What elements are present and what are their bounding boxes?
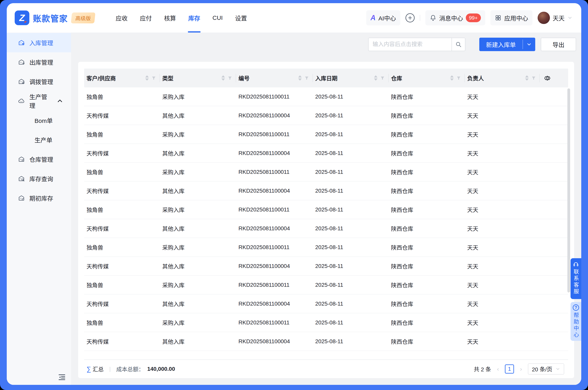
table-row[interactable]: 天枸传媒 其他入库 RKD2025081100004 2025-08-11 陕西… (84, 144, 568, 163)
table-row[interactable]: 独角兽 采购入库 RKD2025081100011 2025-08-11 陕西仓… (84, 163, 568, 182)
cell-customer: 独角兽 (84, 281, 160, 289)
next-page-button[interactable]: › (518, 366, 524, 372)
help-center-button[interactable]: ? 帮助中心 (571, 302, 581, 341)
add-button[interactable] (406, 13, 415, 22)
cell-warehouse: 陕西仓库 (389, 319, 465, 327)
nav-payable[interactable]: 应付 (140, 3, 152, 33)
cell-type: 采购入库 (160, 319, 236, 327)
sidebar-item-initial-stock[interactable]: 期初库存 (7, 188, 71, 208)
cell-date: 2025-08-11 (313, 188, 389, 194)
cell-type: 其他入库 (160, 262, 236, 270)
sidebar-item-bom[interactable]: Bom单 (7, 111, 71, 130)
nav-accounting[interactable]: 核算 (164, 3, 176, 33)
cell-owner: 天天 (465, 300, 540, 308)
user-menu[interactable]: 天天 (538, 12, 573, 24)
vertical-scrollbar[interactable] (567, 88, 570, 292)
sidebar-item-outbound[interactable]: 出库管理 (7, 52, 71, 72)
cell-customer: 天枸传媒 (84, 338, 160, 345)
table-row[interactable]: 独角兽 采购入库 RKD2025081100011 2025-08-11 陕西仓… (84, 313, 568, 332)
column-header-type[interactable]: 类型 (160, 69, 236, 87)
filter-icon[interactable] (531, 76, 536, 81)
desktop-frame: Z 账款管家 高级版 应收 应付 核算 库存 CUI 设置 A AI中心 (0, 0, 588, 390)
toolbar: 新建入库单 导出 (71, 38, 581, 51)
sort-icon[interactable] (298, 75, 302, 81)
nav-settings[interactable]: 设置 (235, 3, 247, 33)
sort-icon[interactable] (221, 75, 225, 81)
table-row[interactable]: 独角兽 采购入库 RKD2025081100011 2025-08-11 陕西仓… (84, 87, 568, 106)
column-header-owner[interactable]: 负责人 (465, 69, 540, 87)
table-row[interactable]: 天枸传媒 其他入库 RKD2025081100004 2025-08-11 陕西… (84, 257, 568, 276)
sidebar-item-inbound[interactable]: 入库管理 (7, 33, 71, 52)
cell-warehouse: 陕西仓库 (389, 338, 465, 345)
app-center-button[interactable]: 应用中心 (490, 10, 532, 25)
page-size-select[interactable]: 20 条/页 (528, 363, 564, 375)
sidebar-item-transfer[interactable]: 调拨管理 (7, 72, 71, 91)
message-center-button[interactable]: 消息中心 99+ (425, 10, 485, 25)
table-row[interactable]: 独角兽 采购入库 RKD2025081100011 2025-08-11 陕西仓… (84, 276, 568, 294)
filter-icon[interactable] (304, 76, 309, 81)
cell-number: RKD2025081100011 (236, 244, 313, 250)
app-title: 账款管家 (33, 12, 68, 24)
sort-icon[interactable] (145, 75, 149, 81)
cell-customer: 天枸传媒 (84, 262, 160, 270)
cell-warehouse: 陕西仓库 (389, 300, 465, 308)
contact-support-button[interactable]: 联系客服 (571, 258, 581, 299)
filter-icon[interactable] (151, 76, 156, 81)
brand: Z 账款管家 高级版 (15, 10, 95, 25)
column-header-warehouse[interactable]: 仓库 (389, 69, 465, 87)
cell-date: 2025-08-11 (313, 319, 389, 326)
column-header-number[interactable]: 编号 (236, 69, 313, 87)
cell-customer: 独角兽 (84, 168, 160, 176)
cell-owner: 天天 (465, 187, 540, 195)
table-row[interactable]: 天枸传媒 其他入库 RKD2025081100004 2025-08-11 陕西… (84, 332, 568, 351)
cost-total-value: 140,000.00 (147, 366, 175, 372)
summary-label[interactable]: 汇总 (93, 365, 104, 373)
search-input[interactable] (369, 41, 452, 48)
cell-owner: 天天 (465, 319, 540, 327)
sidebar-item-stock-query[interactable]: 库存查询 (7, 169, 71, 188)
filter-icon[interactable] (380, 76, 385, 81)
table-row[interactable]: 天枸传媒 其他入库 RKD2025081100004 2025-08-11 陕西… (84, 182, 568, 200)
cell-warehouse: 陕西仓库 (389, 149, 465, 157)
sidebar-item-production-order[interactable]: 生产单 (7, 130, 71, 149)
column-header-customer[interactable]: 客户/供应商 (84, 69, 160, 87)
nav-inventory[interactable]: 库存 (188, 3, 200, 33)
cell-type: 采购入库 (160, 206, 236, 214)
sort-icon[interactable] (525, 75, 529, 81)
cell-date: 2025-08-11 (313, 263, 389, 269)
warehouse-manage-icon (18, 155, 25, 163)
sort-icon[interactable] (374, 75, 377, 81)
column-settings-button[interactable] (540, 69, 568, 87)
cell-customer: 独角兽 (84, 93, 160, 101)
table-row[interactable]: 独角兽 采购入库 RKD2025081100011 2025-08-11 陕西仓… (84, 125, 568, 144)
sidebar-item-warehouse-manage[interactable]: 仓库管理 (7, 149, 71, 169)
table-row[interactable]: 独角兽 采购入库 RKD2025081100011 2025-08-11 陕西仓… (84, 238, 568, 257)
nav-cui[interactable]: CUI (212, 3, 223, 33)
cell-owner: 天天 (465, 149, 540, 157)
filter-icon[interactable] (456, 76, 461, 81)
search-button[interactable] (452, 38, 465, 51)
ai-center-button[interactable]: A AI中心 (366, 10, 400, 25)
sidebar-collapse-icon[interactable] (58, 373, 66, 382)
filter-icon[interactable] (227, 76, 233, 81)
table-row[interactable]: 天枸传媒 其他入库 RKD2025081100004 2025-08-11 陕西… (84, 294, 568, 313)
sort-icon[interactable] (450, 75, 454, 81)
table-row[interactable]: 天枸传媒 其他入库 RKD2025081100004 2025-08-11 陕西… (84, 106, 568, 125)
current-page[interactable]: 1 (505, 364, 514, 374)
table-row[interactable]: 独角兽 采购入库 RKD2025081100011 2025-08-11 陕西仓… (84, 200, 568, 219)
table-footer: ∑ 汇总 | 成本总额： 140,000.00 共 2 条 ‹ 1 › 20 条… (84, 359, 568, 378)
cell-type: 采购入库 (160, 130, 236, 138)
sidebar-item-label: 仓库管理 (29, 155, 53, 163)
message-center-label: 消息中心 (439, 13, 463, 22)
create-inbound-dropdown[interactable] (523, 38, 535, 51)
cell-owner: 天天 (465, 225, 540, 233)
sidebar-item-production[interactable]: 生产管理 (7, 91, 71, 111)
app-logo-icon: Z (15, 10, 29, 25)
nav-receivable[interactable]: 应收 (116, 3, 127, 33)
table-row[interactable]: 天枸传媒 其他入库 RKD2025081100004 2025-08-11 陕西… (84, 219, 568, 238)
create-inbound-button[interactable]: 新建入库单 (479, 38, 523, 51)
export-button[interactable]: 导出 (541, 38, 576, 51)
prev-page-button[interactable]: ‹ (495, 366, 501, 372)
cell-customer: 独角兽 (84, 243, 160, 251)
column-header-date[interactable]: 入库日期 (313, 69, 389, 87)
